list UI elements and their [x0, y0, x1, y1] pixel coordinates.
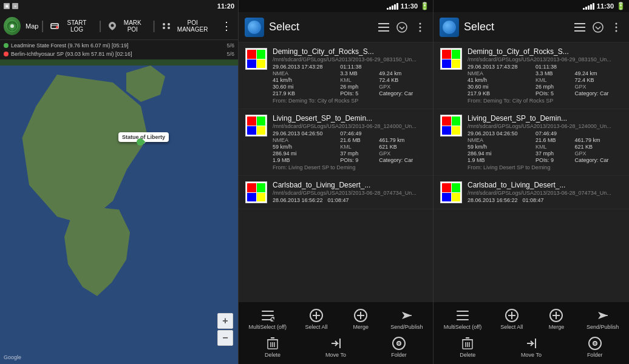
- zoom-out-button[interactable]: −: [217, 330, 233, 346]
- signal-bar-1: [387, 8, 389, 10]
- panel1-title: Select: [269, 21, 372, 33]
- map-body[interactable]: Statue of Liberty + − Google: [0, 66, 238, 364]
- route-item-1[interactable]: Leadmine State Forest (9.76 km 6.07 mi) …: [4, 41, 234, 50]
- merge-icon-2: [549, 308, 563, 323]
- panel2-header-icons: [573, 21, 623, 34]
- globe-icon-1: [248, 21, 261, 34]
- route-badge-2: 5/6: [226, 51, 234, 57]
- panel2-time: 11:30: [597, 2, 614, 10]
- delete-button-1[interactable]: Delete: [254, 334, 291, 360]
- send-button-2[interactable]: Send/Publish: [583, 306, 622, 332]
- multiselect-button-2[interactable]: MultiSelect (off): [440, 306, 485, 332]
- select-all-button-2[interactable]: Select All: [494, 306, 530, 332]
- kml-speed-1-2: 37 mph: [340, 150, 375, 157]
- zoom-in-button[interactable]: +: [217, 313, 233, 329]
- panel1-more-icon[interactable]: [413, 21, 427, 34]
- file-from-2-1: From: Deming To: City of Rocks SP: [467, 98, 623, 104]
- mark-poi-label: MARK POI: [118, 19, 146, 33]
- map-controls: + −: [217, 313, 233, 346]
- panel2-list-icon[interactable]: [573, 21, 586, 34]
- folder-label-2: Folder: [587, 352, 603, 358]
- select-all-button-1[interactable]: Select All: [298, 306, 335, 332]
- merge-button-1[interactable]: Merge: [342, 306, 379, 332]
- svg-rect-40: [574, 27, 585, 28]
- panel1-header-icons: [377, 21, 427, 34]
- map-avatar: [4, 17, 21, 35]
- multiselect-label-1: MultiSelect (off): [249, 324, 287, 330]
- file-item-1-3[interactable]: Carlsbad_to_Living_Desert_... /mnt/sdcar…: [239, 176, 433, 209]
- panel1-file-list[interactable]: Deming_to_City_of_Rocks_S... /mnt/sdcard…: [239, 42, 433, 302]
- merge-button-2[interactable]: Merge: [538, 306, 574, 332]
- file-item-1-2[interactable]: Living_Desert_SP_to_Demin... /mnt/sdcard…: [239, 109, 433, 176]
- poi-manager-icon: [162, 21, 171, 31]
- svg-point-4: [56, 26, 58, 29]
- signal-bar-2-1: [583, 8, 585, 10]
- gpx-label-1-2: GPX: [379, 150, 427, 157]
- gpx-cat-2-1: Category: Car: [575, 90, 623, 96]
- map-time: 11:20: [217, 2, 234, 10]
- svg-point-45: [616, 30, 617, 32]
- windows-flag-icon: [245, 48, 267, 70]
- file-name-2-1: Deming_to_City_of_Rocks_S...: [467, 47, 623, 56]
- signal-bars-1: [387, 2, 398, 10]
- move-to-icon-1: [328, 336, 343, 351]
- file-dur-1-1: 01:11:38: [340, 64, 375, 70]
- file-item-1-1[interactable]: Deming_to_City_of_Rocks_S... /mnt/sdcard…: [239, 42, 433, 109]
- signal-bar-5: [396, 3, 398, 10]
- nmea-label-2-2: NMEA: [467, 137, 532, 143]
- folder-button-2[interactable]: Folder: [577, 334, 613, 360]
- delete-button-2[interactable]: Delete: [449, 334, 486, 360]
- svg-rect-10: [378, 23, 389, 24]
- nmea-label-1-2: NMEA: [273, 137, 336, 143]
- send-button-1[interactable]: Send/Publish: [387, 306, 426, 332]
- signal-bar-2-4: [590, 4, 592, 10]
- file-date-1-2: 29.06.2013 04:26:50: [273, 130, 336, 136]
- svg-rect-39: [574, 23, 585, 24]
- svg-point-16: [420, 30, 421, 32]
- move-to-button-2[interactable]: Move To: [513, 334, 549, 360]
- svg-point-8: [163, 27, 165, 29]
- toolbar-divider1: |: [41, 19, 44, 33]
- more-options-icon[interactable]: ⋮: [219, 19, 234, 33]
- file-meta-grid-2-1: 29.06.2013 17:43:28 01:11:38 NMEA 3.3 MB…: [467, 64, 623, 96]
- phone-icon: ▣: [4, 3, 10, 9]
- kml-label-2-2: KML: [536, 144, 571, 150]
- panel2-dropdown-icon[interactable]: [591, 21, 605, 34]
- file-item-2-3[interactable]: Carlsbad_to_Living_Desert_... /mnt/sdcar…: [433, 176, 629, 209]
- gpx-cat-1-2: Category: Car: [379, 157, 427, 163]
- svg-point-43: [616, 22, 617, 24]
- route-dot-green: [4, 43, 8, 48]
- nmea-size-1-2: 21.6 MB: [340, 137, 375, 143]
- map-toolbar: Map | START LOG | MARK POI |: [0, 12, 238, 40]
- file-item-2-2[interactable]: Living_Desert_SP_to_Demin... /mnt/sdcard…: [433, 109, 629, 176]
- file-from-1-2: From: Living Desert SP to Deming: [273, 164, 427, 170]
- svg-rect-18: [262, 315, 274, 316]
- file-info-2-2: Living_Desert_SP_to_Demin... /mnt/sdcard…: [467, 114, 623, 170]
- route-item-2[interactable]: Berlin-Ichthyosaur SP (93.03 km 57.81 mi…: [4, 50, 234, 58]
- merge-icon-1: [353, 308, 368, 323]
- file-meta-grid-1-2: 29.06.2013 04:26:50 07:46:49 NMEA 21.6 M…: [273, 130, 427, 163]
- gpx-label-1-1: GPX: [379, 84, 427, 90]
- multiselect-button-1[interactable]: MultiSelect (off): [245, 306, 290, 332]
- kml-speed-2-1: 26 mph: [536, 84, 571, 90]
- toolbar-divider2: |: [98, 19, 101, 33]
- menu-icon: ≡: [12, 3, 18, 9]
- mark-poi-button[interactable]: MARK POI: [104, 17, 150, 35]
- file-info-2-3: Carlsbad_to_Living_Desert_... /mnt/sdcar…: [467, 181, 623, 204]
- panel1-list-icon[interactable]: [377, 21, 390, 34]
- move-to-button-1[interactable]: Move To: [318, 334, 354, 360]
- poi-manager-button[interactable]: POI MANAGER: [158, 17, 216, 35]
- file-item-2-1[interactable]: Deming_to_City_of_Rocks_S... /mnt/sdcard…: [433, 42, 629, 109]
- send-icon-2: [596, 308, 610, 323]
- start-log-button[interactable]: START LOG: [47, 17, 97, 35]
- panel1-dropdown-icon[interactable]: [395, 21, 409, 34]
- panel2-file-list[interactable]: Deming_to_City_of_Rocks_S... /mnt/sdcard…: [433, 42, 629, 302]
- gpx-pois-1-1: POIs: 5: [340, 90, 375, 96]
- svg-point-44: [616, 26, 617, 28]
- file-path-2-3: /mnt/sdcard/GPSLogs/USA2013/2013-06-28_0…: [467, 190, 623, 196]
- folder-button-1[interactable]: Folder: [381, 334, 417, 360]
- kml-size-2-1: 72.4 KB: [575, 77, 623, 83]
- select-all-icon-2: [505, 308, 519, 323]
- panel2-more-icon[interactable]: [610, 21, 623, 34]
- start-log-label: START LOG: [61, 19, 93, 33]
